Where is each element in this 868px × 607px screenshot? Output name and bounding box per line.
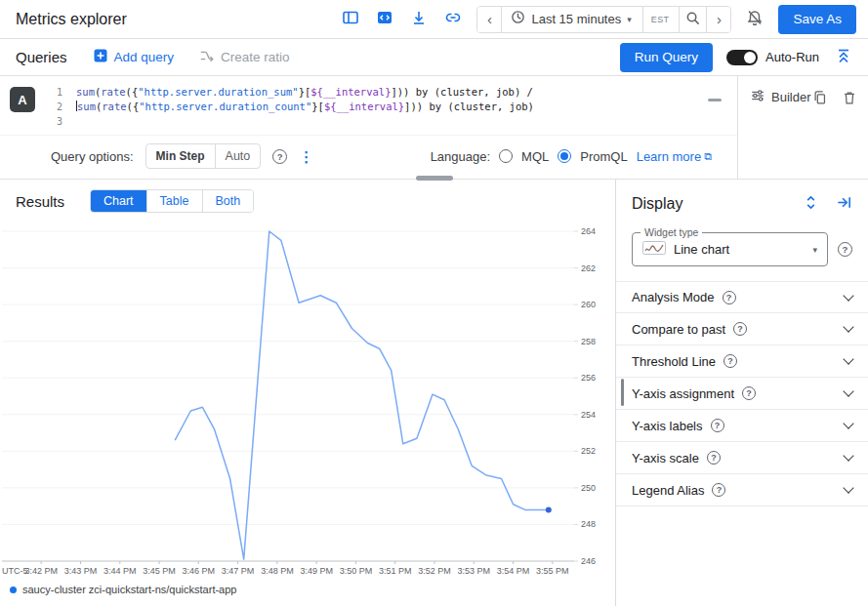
more-options-button[interactable]: ⋮ [299,149,313,164]
display-scrollbar-thumb[interactable] [621,379,624,406]
section-label: Analysis Mode [632,290,715,304]
time-next-button[interactable]: › [706,7,730,32]
display-section-threshold-line[interactable]: Threshold Line? [616,345,868,378]
query-code-editor[interactable]: 1sum(rate({"http.server.duration_sum"}[$… [0,76,737,135]
svg-text:3:53 PM: 3:53 PM [458,566,491,576]
notifications-off-icon [746,9,764,29]
display-section-y-axis-scale[interactable]: Y-axis scale? [616,442,868,474]
min-step-control[interactable]: Min Step Auto [145,143,262,169]
auto-run-label: Auto-Run [765,50,819,64]
section-label: Y-axis scale [632,451,699,465]
svg-text:264: 264 [581,226,596,236]
run-query-button[interactable]: Run Query [620,43,713,72]
caret-down-icon: ▾ [627,15,632,24]
display-section-y-axis-assignment[interactable]: Y-axis assignment? [616,378,868,410]
expand-all-button[interactable] [801,192,821,216]
chevron-down-icon[interactable] [843,450,853,461]
svg-text:3:54 PM: 3:54 PM [497,566,530,576]
external-link-icon: ⧉ [704,150,712,163]
code-line[interactable]: 3 [45,114,723,129]
help-icon[interactable]: ? [272,149,287,164]
results-header: Results Chart Table Both [0,180,615,218]
collapse-panel-button[interactable] [834,192,854,216]
help-icon[interactable]: ? [711,419,724,432]
line-number: 3 [45,114,62,129]
help-icon[interactable]: ? [723,354,737,368]
queries-title: Queries [16,49,67,65]
display-title: Display [632,195,801,213]
language-label: Language: [431,149,490,164]
widget-type-row: Widget type Line chart ▾ ? [632,232,852,266]
chevron-down-icon[interactable] [843,482,853,493]
display-section-y-axis-labels[interactable]: Y-axis labels? [616,410,868,442]
create-ratio-button[interactable]: Create ratio [199,48,290,66]
svg-text:246: 246 [581,556,596,566]
help-icon[interactable]: ? [707,451,721,465]
save-as-button[interactable]: Save As [778,5,856,34]
time-range-selector[interactable]: Last 15 minutes ▾ EST [502,7,679,32]
builder-toggle-button[interactable]: Builder [750,88,810,106]
results-tabs: Chart Table Both [90,189,254,213]
code-line[interactable]: 2sum(rate({"http.server.duration_count"}… [45,100,723,114]
line-code: sum(rate({"http.server.duration_sum"}[${… [76,85,533,100]
help-icon[interactable]: ? [742,386,756,400]
tab-chart[interactable]: Chart [91,190,146,212]
auto-run-toggle[interactable] [726,50,758,65]
chart-legend-item[interactable]: saucy-cluster zci-quickstart-ns/quicksta… [0,581,615,595]
learn-more-link[interactable]: Learn more ⧉ [637,149,712,164]
notifications-off-button[interactable] [744,7,765,31]
chevron-down-icon[interactable] [843,290,853,301]
svg-text:3:50 PM: 3:50 PM [340,566,373,576]
download-button[interactable] [408,7,430,31]
widget-type-select[interactable]: Widget type Line chart ▾ [632,232,828,266]
page-title: Metrics explorer [16,11,127,28]
side-panel-button[interactable] [340,7,361,31]
help-icon[interactable]: ? [838,242,852,257]
chevron-down-icon[interactable] [843,418,853,428]
tune-icon [750,88,765,106]
tab-both[interactable]: Both [202,190,254,212]
query-options-label: Query options: [51,149,134,164]
add-query-button[interactable]: Add query [93,48,175,66]
min-step-value: Auto [216,144,261,168]
results-chart[interactable]: 2642622602582562542522502482463:42 PM3:4… [0,218,615,581]
line-number: 1 [45,85,62,100]
time-range-value: Last 15 minutes [531,12,621,26]
top-header: Metrics explorer ‹ Last 15 minutes ▾ EST… [0,0,868,39]
chevron-down-icon[interactable] [843,321,853,332]
radio-promql[interactable] [558,149,571,163]
display-section-legend-alias[interactable]: Legend Alias? [616,474,868,506]
svg-text:250: 250 [581,483,596,493]
chevron-down-icon[interactable] [843,353,853,364]
code-line[interactable]: 1sum(rate({"http.server.duration_sum"}[$… [45,85,723,100]
editor-scrollbar[interactable] [708,99,722,101]
embed-chart-button[interactable] [374,7,395,31]
help-icon[interactable]: ? [712,483,725,497]
split-drag-handle[interactable] [416,176,453,181]
line-chart-icon [642,241,666,259]
svg-text:3:52 PM: 3:52 PM [418,566,451,576]
display-section-compare-to-past[interactable]: Compare to past? [616,313,868,345]
time-previous-button[interactable]: ‹ [477,7,502,32]
query-editor-section: A 1sum(rate({"http.server.duration_sum"}… [0,76,868,180]
collapse-editor-button[interactable] [833,45,854,69]
svg-text:258: 258 [581,337,596,346]
help-icon[interactable]: ? [723,291,736,304]
main-content: Results Chart Table Both 264262260258256… [0,180,868,606]
radio-mql[interactable] [499,149,513,163]
caret-down-icon: ▾ [812,245,817,255]
collapse-up-icon [835,47,852,67]
copy-link-button[interactable] [442,7,464,31]
delete-query-button[interactable] [840,88,859,110]
chevron-down-icon[interactable] [843,385,853,396]
tab-table[interactable]: Table [146,190,202,212]
clock-icon [511,10,525,28]
display-section-analysis-mode[interactable]: Analysis Mode? [616,281,868,313]
trash-icon [842,90,857,108]
svg-text:3:44 PM: 3:44 PM [103,566,137,576]
time-search-button[interactable] [679,7,706,32]
copy-query-button[interactable] [810,88,830,110]
create-ratio-icon [199,48,215,66]
copy-icon [812,90,828,108]
help-icon[interactable]: ? [733,322,747,336]
